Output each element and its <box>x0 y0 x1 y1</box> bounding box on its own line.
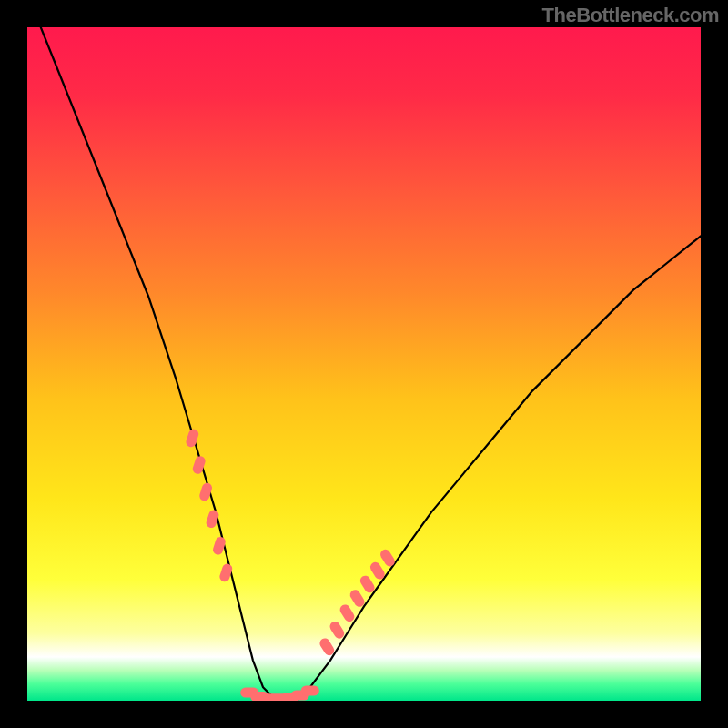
chart-frame: TheBottleneck.com <box>0 0 728 728</box>
attribution-label: TheBottleneck.com <box>542 4 719 27</box>
plot-area <box>27 27 701 701</box>
marker-bottom-segment <box>301 685 319 695</box>
gradient-background <box>27 27 701 701</box>
chart-svg <box>27 27 701 701</box>
